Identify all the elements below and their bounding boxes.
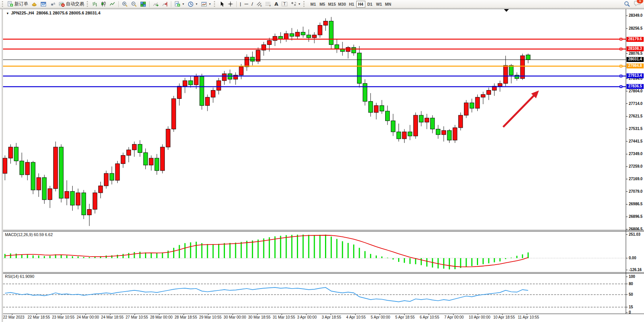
zoom-in-icon bbox=[122, 1, 128, 7]
zoom-out-icon bbox=[131, 1, 137, 7]
search-icon bbox=[624, 1, 630, 7]
candle-down bbox=[380, 106, 384, 111]
candle-down bbox=[143, 152, 148, 165]
shapes-icon bbox=[291, 1, 296, 7]
toolbar-grip[interactable] bbox=[2, 1, 5, 7]
hline-endpoint-handle-center bbox=[620, 48, 622, 49]
templates-caret-icon: ▼ bbox=[209, 3, 211, 5]
timeframe-button-MN[interactable]: MN bbox=[384, 1, 393, 8]
timeframe-group: M1M5M15M30H1H4D1W1MN bbox=[309, 1, 393, 8]
candle-up bbox=[194, 76, 198, 85]
candle-up bbox=[374, 106, 378, 113]
line-chart-icon bbox=[110, 1, 115, 7]
candle-up bbox=[324, 21, 328, 25]
indicators-button[interactable]: ▼ bbox=[173, 0, 186, 8]
indicators-icon bbox=[174, 1, 180, 7]
candle-up bbox=[211, 90, 215, 97]
candle-up bbox=[217, 81, 221, 90]
chat-button[interactable]: 1 bbox=[634, 0, 641, 8]
zoom-out-button[interactable] bbox=[129, 0, 139, 8]
candle-down bbox=[408, 132, 412, 136]
timeframe-button-H4[interactable]: H4 bbox=[356, 1, 365, 8]
auto-trading-label: 自动交易 bbox=[66, 1, 84, 7]
candle-down bbox=[436, 129, 440, 135]
svg-text:T: T bbox=[283, 2, 285, 6]
horizontal-line-tool-button[interactable]: — bbox=[243, 0, 250, 8]
svg-text:E: E bbox=[260, 5, 262, 7]
timeframe-button-M30[interactable]: M30 bbox=[337, 1, 347, 8]
candle-up bbox=[487, 90, 491, 95]
auto-trading-icon bbox=[59, 1, 65, 7]
chart-shift-button[interactable] bbox=[160, 0, 169, 8]
shapes-tool-button[interactable]: ▼ bbox=[289, 0, 302, 8]
toolbar-grip[interactable] bbox=[87, 1, 89, 7]
timeframe-button-H1[interactable]: H1 bbox=[347, 1, 356, 8]
fibonacci-tool-button[interactable]: F bbox=[264, 0, 273, 8]
candle-down bbox=[279, 36, 283, 39]
cursor-tool-button[interactable] bbox=[218, 0, 226, 8]
marketplace-button[interactable] bbox=[30, 0, 39, 8]
text-label-icon: T bbox=[281, 1, 288, 7]
candle-up bbox=[520, 56, 524, 79]
candle-down bbox=[397, 132, 401, 139]
trend-arrow-annotation[interactable] bbox=[503, 90, 539, 127]
toolbar-grip[interactable] bbox=[214, 1, 217, 7]
new-order-icon bbox=[7, 1, 13, 7]
candle-down bbox=[20, 161, 24, 174]
crosshair-tool-button[interactable] bbox=[226, 0, 235, 8]
timeframe-button-D1[interactable]: D1 bbox=[365, 1, 375, 8]
candle-down bbox=[250, 57, 255, 61]
candlestick-chart-button[interactable] bbox=[99, 0, 108, 8]
candle-down bbox=[81, 193, 86, 215]
svg-text:F: F bbox=[269, 5, 271, 7]
candle-up bbox=[442, 130, 446, 135]
open-chart-button[interactable] bbox=[39, 0, 48, 8]
text-tool-button[interactable]: A bbox=[273, 0, 280, 8]
candle-up bbox=[284, 33, 289, 39]
zoom-in-button[interactable] bbox=[120, 0, 129, 8]
main-toolbar: 新订单 自动交易 bbox=[0, 0, 644, 8]
candle-up bbox=[346, 48, 350, 52]
trendline-tool-button[interactable]: / bbox=[250, 0, 255, 8]
chart-window-icon bbox=[40, 1, 46, 7]
chart-canvas bbox=[0, 0, 644, 322]
templates-button[interactable]: ▼ bbox=[199, 0, 213, 8]
candle-up bbox=[26, 162, 30, 175]
candle-up bbox=[8, 147, 13, 158]
candle-up bbox=[3, 158, 7, 173]
tile-windows-icon bbox=[140, 1, 146, 7]
auto-trading-button[interactable]: 自动交易 bbox=[57, 0, 86, 8]
vertical-line-icon: | bbox=[240, 2, 241, 6]
signals-button[interactable] bbox=[48, 0, 57, 8]
chart-shift-marker[interactable] bbox=[504, 9, 509, 12]
candle-up bbox=[65, 191, 69, 198]
hline-endpoint-handle-center bbox=[620, 39, 622, 40]
text-label-tool-button[interactable]: T bbox=[280, 0, 289, 8]
candle-up bbox=[183, 81, 187, 86]
periods-button[interactable]: ▼ bbox=[186, 0, 199, 8]
candle-up bbox=[312, 35, 316, 38]
horizontal-line-icon: — bbox=[244, 2, 249, 6]
timeframe-button-M5[interactable]: M5 bbox=[318, 1, 327, 8]
new-order-button[interactable]: 新订单 bbox=[6, 0, 30, 8]
candle-up bbox=[206, 97, 210, 106]
timeframe-button-W1[interactable]: W1 bbox=[375, 1, 384, 8]
candle-up bbox=[104, 173, 108, 186]
candle-up bbox=[37, 178, 41, 190]
candle-down bbox=[526, 55, 530, 60]
timeframe-button-M15[interactable]: M15 bbox=[327, 1, 337, 8]
fibonacci-icon: F bbox=[265, 1, 271, 7]
timeframe-button-M1[interactable]: M1 bbox=[309, 1, 318, 8]
vertical-line-tool-button[interactable]: | bbox=[238, 0, 243, 8]
search-button[interactable] bbox=[622, 0, 632, 8]
bar-chart-button[interactable] bbox=[91, 0, 99, 8]
candle-down bbox=[509, 65, 513, 75]
line-chart-button[interactable] bbox=[108, 0, 117, 8]
auto-scroll-button[interactable] bbox=[151, 0, 160, 8]
candle-up bbox=[481, 95, 485, 97]
hline-endpoint-handle-center bbox=[620, 75, 622, 76]
toolbar-grip[interactable] bbox=[303, 1, 306, 7]
channel-tool-button[interactable]: E bbox=[255, 0, 264, 8]
tile-windows-button[interactable] bbox=[139, 0, 148, 8]
signals-icon bbox=[49, 1, 56, 7]
